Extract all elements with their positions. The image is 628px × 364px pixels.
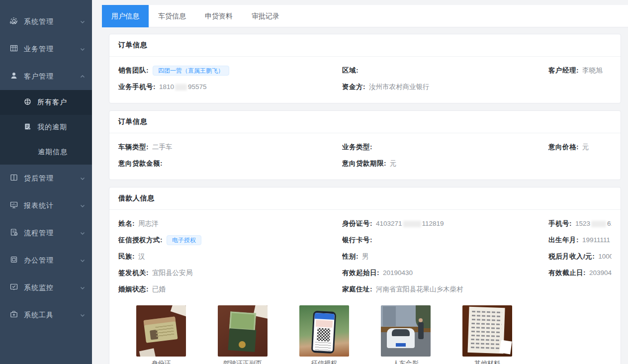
photo-caption: 人车合影 [381, 359, 431, 364]
field-value-mobile: 15236137 [575, 220, 612, 227]
photo-caption: 驾驶证正副页 [218, 359, 268, 364]
chevron-down-icon [80, 258, 85, 263]
card-title: 订单信息 [109, 34, 621, 57]
sidebar-item-label: 我的逾期 [37, 123, 67, 132]
chevron-down-icon [80, 176, 85, 181]
field-label-region: 区域: [342, 66, 359, 75]
sidebar-item-business-management[interactable]: 业务管理 [0, 35, 92, 63]
chevron-up-icon [80, 74, 85, 79]
field-value-intent-term: 元 [390, 159, 397, 168]
sidebar-item-label: 业务管理 [24, 45, 80, 54]
field-value-intent-price: 元 [582, 143, 589, 152]
field-value-name: 周志洋 [138, 219, 159, 228]
field-label-income: 税后月收入/元: [548, 252, 595, 261]
field-label-ethnic: 民族: [118, 252, 135, 261]
photo-driver-license[interactable]: 驾驶证正副页 [218, 305, 268, 364]
field-label-biz-phone: 业务手机号: [118, 83, 156, 91]
sidebar-item-my-overdue[interactable]: 我的逾期 [0, 115, 92, 140]
chevron-down-icon [80, 231, 85, 236]
field-label-funder: 资金方: [342, 83, 365, 91]
field-value-marital: 已婚 [152, 285, 166, 294]
photo-caption: 征信授权 [299, 359, 349, 364]
gear-icon [10, 17, 18, 26]
document-photo-thumbnail[interactable] [462, 305, 512, 357]
field-label-issuer: 签发机关: [118, 269, 149, 277]
chevron-down-icon [80, 313, 85, 318]
sidebar-item-system-monitor[interactable]: 系统监控 [0, 274, 92, 301]
field-label-gender: 性别: [342, 252, 359, 261]
field-value-biz-phone: 181095575 [159, 83, 207, 91]
photo-caption: 身份证 [136, 359, 186, 364]
sidebar-item-label: 系统监控 [24, 283, 80, 292]
order-info-card: 订单信息 销售团队: 四团一营（直属王鹏飞） 区域: 客户经理: 李晓旭 [109, 34, 621, 103]
id-card-photo-thumbnail[interactable] [136, 305, 186, 357]
field-label-credit-auth: 征信授权方式: [118, 236, 163, 245]
monitor-icon [10, 201, 18, 210]
field-value-valid-from: 20190430 [383, 269, 413, 276]
field-value-manager: 李晓旭 [582, 66, 603, 75]
photo-person-with-car[interactable]: 人车合影 [381, 305, 431, 364]
sidebar-item-postloan-management[interactable]: 贷后管理 [0, 165, 92, 192]
tab-approval-records[interactable]: 审批记录 [242, 5, 289, 27]
field-value-valid-to: 20390430 [589, 269, 612, 276]
tab-user-info[interactable]: 用户信息 [102, 5, 149, 27]
sidebar-item-label: 客户管理 [24, 72, 80, 81]
sidebar-item-label: 贷后管理 [24, 174, 80, 183]
sidebar-item-label: 流程管理 [24, 229, 80, 238]
field-label-intent-term: 意向贷款期限: [342, 159, 386, 168]
sidebar-item-label: 逾期信息 [38, 148, 68, 157]
sidebar-item-label: 报表统计 [24, 201, 80, 210]
borrower-photos: 身份证 驾驶证正副页 征信授权 [118, 297, 612, 364]
field-value-ethnic: 汉 [138, 252, 145, 261]
loan-intent-card: 订单信息 车辆类型: 二手车 业务类型: 意向价格: 元 [109, 110, 621, 180]
field-value-issuer: 宜阳县公安局 [152, 269, 192, 277]
field-label-intent-amount: 意向贷款金额: [118, 159, 163, 168]
driver-license-photo-thumbnail[interactable] [218, 305, 268, 357]
square-doc-icon [10, 256, 18, 265]
sidebar-item-label: 办公管理 [24, 256, 80, 265]
chevron-down-icon [80, 47, 85, 52]
field-value-funder: 汝州市农村商业银行 [369, 83, 430, 91]
user-icon [10, 72, 18, 81]
field-label-birth: 出生年月: [548, 236, 579, 245]
tab-car-loan-info[interactable]: 车贷信息 [149, 5, 195, 27]
field-label-address: 家庭住址: [342, 285, 372, 294]
sidebar-item-office-management[interactable]: 办公管理 [0, 247, 92, 274]
detail-tabs: 用户信息 车贷信息 申贷资料 审批记录 [102, 5, 628, 27]
person-car-photo-thumbnail[interactable] [381, 305, 431, 357]
field-label-mobile: 手机号: [548, 219, 572, 228]
photo-other-document[interactable]: 其他材料 [462, 305, 512, 364]
field-value-id-number: 4103271112819 [376, 220, 444, 227]
globe-icon [24, 98, 31, 107]
sidebar-item-label: 系统管理 [24, 17, 80, 26]
qr-phone-photo-thumbnail[interactable] [299, 305, 349, 357]
grid-icon [10, 44, 18, 54]
sidebar-item-system-tools[interactable]: 系统工具 [0, 301, 92, 329]
sidebar-item-system-management[interactable]: 系统管理 [0, 8, 92, 35]
book-icon [10, 174, 18, 183]
sidebar-item-overdue-info[interactable]: 逾期信息 [0, 140, 92, 165]
chevron-down-icon [80, 19, 85, 24]
sidebar-item-process-management[interactable]: 流程管理 [0, 219, 92, 247]
redaction-blur [175, 84, 187, 91]
photo-credit-auth-qr[interactable]: 征信授权 [299, 305, 349, 364]
redaction-blur [403, 221, 421, 227]
field-label-id-number: 身份证号: [342, 219, 372, 228]
sidebar: 系统管理 业务管理 客户管理 所有客户 我的逾期 逾期信息 贷后管理 报表统计 [0, 0, 92, 364]
field-value-gender: 男 [362, 252, 369, 261]
field-value-vehicle-type: 二手车 [152, 143, 173, 152]
sidebar-item-report-statistics[interactable]: 报表统计 [0, 192, 92, 219]
sidebar-item-label: 所有客户 [37, 98, 67, 107]
card-title: 借款人信息 [109, 187, 621, 210]
field-label-marital: 婚姻状态: [118, 285, 149, 294]
photo-id-card[interactable]: 身份证 [136, 305, 186, 364]
chevron-down-icon [80, 285, 85, 290]
sidebar-submenu-customer: 所有客户 我的逾期 逾期信息 [0, 90, 92, 165]
photo-caption: 其他材料 [462, 359, 512, 364]
card-title: 订单信息 [109, 111, 621, 133]
tab-loan-application-docs[interactable]: 申贷资料 [195, 5, 242, 27]
sidebar-item-all-customers[interactable]: 所有客户 [0, 90, 92, 115]
sidebar-item-customer-management[interactable]: 客户管理 [0, 63, 92, 90]
field-value-address: 河南省宜阳县花果山乡木柴村 [376, 285, 463, 294]
sales-team-tag[interactable]: 四团一营（直属王鹏飞） [153, 66, 229, 76]
